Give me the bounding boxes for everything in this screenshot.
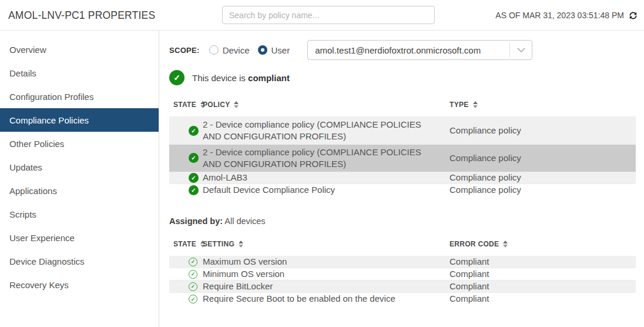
user-select-value: amol.test1@nerdiofoxtrot.onmicrosoft.com xyxy=(315,45,481,55)
sidebar: Overview Details Configuration Profiles … xyxy=(0,31,159,327)
setting-name: Require Secure Boot to be enabled on the… xyxy=(203,293,450,305)
compliance-status-row: ✓ This device is compliant xyxy=(169,70,636,85)
policy-row[interactable]: ✓ 2 - Device compliance policy (COMPLIAN… xyxy=(169,117,636,145)
assigned-by-label: Assigned by: xyxy=(169,216,223,226)
policies-table: STATE POLICY TYPE ✓ 2 - Device complianc… xyxy=(169,98,636,196)
column-header-state[interactable]: STATE xyxy=(169,240,203,248)
compliance-status-text: This device is compliant xyxy=(192,73,290,83)
policy-row-selected[interactable]: ✓ 2 - Device compliance policy (COMPLIAN… xyxy=(169,145,636,172)
sidebar-item-scripts[interactable]: Scripts xyxy=(0,202,159,226)
column-header-policy[interactable]: POLICY xyxy=(203,101,450,109)
refresh-icon[interactable] xyxy=(628,11,638,21)
radio-selected-icon[interactable] xyxy=(258,45,267,55)
check-circle-filled-icon: ✓ xyxy=(189,173,199,183)
sidebar-item-updates[interactable]: Updates xyxy=(0,155,159,179)
assigned-by: Assigned by: All devices xyxy=(169,216,636,226)
scope-row: SCOPE: Device User amol.test1@nerdiofoxt… xyxy=(169,40,636,60)
main-content: SCOPE: Device User amol.test1@nerdiofoxt… xyxy=(159,31,644,327)
settings-table-header: STATE SETTING ERROR CODE xyxy=(169,237,636,251)
setting-row[interactable]: ✓ Minimum OS version Compliant xyxy=(169,268,636,281)
check-circle-filled-icon: ✓ xyxy=(189,153,199,163)
check-circle-outline-icon: ✓ xyxy=(189,282,197,291)
header-bar: AMOL-LNV-PC1 PROPERTIES AS OF MAR 31, 20… xyxy=(0,0,644,31)
column-header-state[interactable]: STATE xyxy=(169,101,203,109)
sidebar-item-user-experience[interactable]: User Experience xyxy=(0,226,159,249)
sidebar-item-details[interactable]: Details xyxy=(0,61,159,85)
scope-radio-user[interactable]: User xyxy=(258,45,290,55)
sort-icon[interactable] xyxy=(234,101,239,108)
policy-type: Compliance policy xyxy=(450,184,636,196)
setting-row[interactable]: ✓ Require Secure Boot to be enabled on t… xyxy=(169,293,636,305)
chevron-down-icon[interactable] xyxy=(510,48,532,53)
check-circle-filled-icon: ✓ xyxy=(189,185,199,195)
policies-table-header: STATE POLICY TYPE xyxy=(169,98,636,112)
setting-error-code: Compliant xyxy=(450,268,636,280)
scope-label: SCOPE: xyxy=(169,46,200,55)
scope-radio-device-label: Device xyxy=(223,45,250,55)
policy-type: Compliance policy xyxy=(450,152,636,164)
as-of-timestamp: AS OF MAR 31, 2023 03:51:48 PM xyxy=(495,11,624,20)
check-circle-filled-icon: ✓ xyxy=(169,70,185,85)
sort-icon[interactable] xyxy=(473,101,478,108)
sort-icon[interactable] xyxy=(239,241,243,248)
policy-type: Compliance policy xyxy=(450,125,636,136)
check-circle-outline-icon: ✓ xyxy=(189,270,197,279)
scope-radio-user-label: User xyxy=(271,45,290,55)
scope-radio-device[interactable]: Device xyxy=(209,45,250,55)
user-select-dropdown[interactable]: amol.test1@nerdiofoxtrot.onmicrosoft.com xyxy=(307,40,532,60)
setting-row[interactable]: ✓ Maximum OS version Compliant xyxy=(169,256,636,268)
setting-name: Require BitLocker xyxy=(203,281,450,292)
sidebar-item-recovery-keys[interactable]: Recovery Keys xyxy=(0,273,159,296)
policy-row[interactable]: ✓ Amol-LAB3 Compliance policy xyxy=(169,172,636,184)
policy-name: Amol-LAB3 xyxy=(203,172,450,183)
assigned-by-value: All devices xyxy=(224,216,265,226)
column-header-setting[interactable]: SETTING xyxy=(203,240,450,248)
policy-name: 2 - Device compliance policy (COMPLIANCE… xyxy=(203,146,450,171)
search-input[interactable] xyxy=(222,6,435,24)
column-header-type[interactable]: TYPE xyxy=(450,101,636,109)
sidebar-item-device-diagnostics[interactable]: Device Diagnostics xyxy=(0,249,159,273)
check-circle-outline-icon: ✓ xyxy=(189,295,197,303)
setting-error-code: Compliant xyxy=(450,256,636,268)
policy-type: Compliance policy xyxy=(450,172,636,183)
setting-error-code: Compliant xyxy=(450,293,636,305)
sidebar-item-compliance-policies[interactable]: Compliance Policies xyxy=(0,108,159,132)
settings-table: STATE SETTING ERROR CODE ✓ Maximum OS ve… xyxy=(169,237,636,305)
sidebar-item-overview[interactable]: Overview xyxy=(0,38,159,61)
setting-row[interactable]: ✓ Require BitLocker Compliant xyxy=(169,281,636,293)
sidebar-item-applications[interactable]: Applications xyxy=(0,179,159,202)
setting-name: Minimum OS version xyxy=(203,268,450,280)
sidebar-item-other-policies[interactable]: Other Policies xyxy=(0,132,159,155)
setting-error-code: Compliant xyxy=(450,281,636,292)
sort-icon[interactable] xyxy=(503,241,508,248)
setting-name: Maximum OS version xyxy=(203,256,450,268)
policy-row[interactable]: ✓ Default Device Compliance Policy Compl… xyxy=(169,184,636,196)
sidebar-item-configuration-profiles[interactable]: Configuration Profiles xyxy=(0,85,159,108)
column-header-error-code[interactable]: ERROR CODE xyxy=(450,240,636,248)
radio-unselected-icon[interactable] xyxy=(209,45,219,55)
policy-name: Default Device Compliance Policy xyxy=(203,184,450,196)
check-circle-outline-icon: ✓ xyxy=(189,258,197,266)
as-of-timestamp-group: AS OF MAR 31, 2023 03:51:48 PM xyxy=(495,0,638,31)
policy-name: 2 - Device compliance policy (COMPLIANCE… xyxy=(203,119,450,143)
page-title: AMOL-LNV-PC1 PROPERTIES xyxy=(8,0,155,31)
check-circle-filled-icon: ✓ xyxy=(189,126,199,136)
